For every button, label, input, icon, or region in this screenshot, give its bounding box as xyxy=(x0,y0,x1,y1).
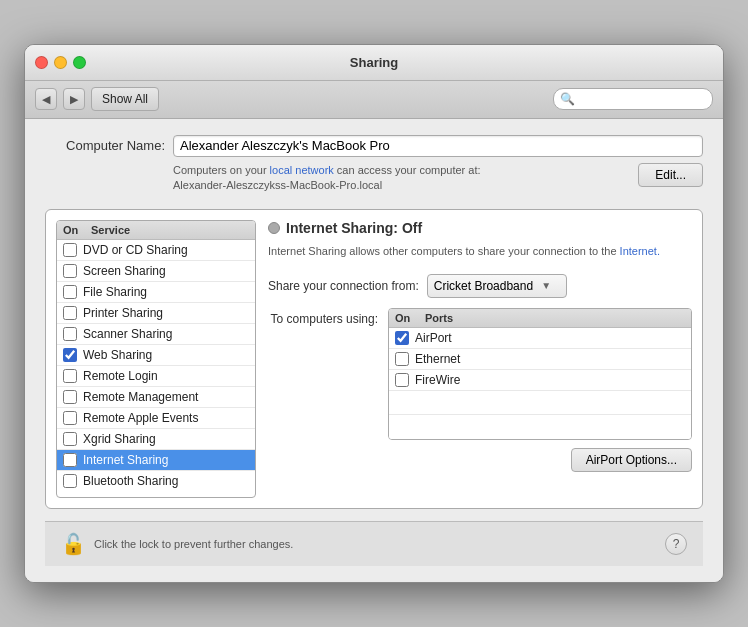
titlebar: Sharing xyxy=(25,45,723,81)
service-checkbox-remote-login[interactable] xyxy=(63,369,77,383)
port-item-firewire[interactable]: FireWire xyxy=(389,370,691,391)
service-item-dvd[interactable]: DVD or CD Sharing xyxy=(57,240,255,261)
service-label-printer: Printer Sharing xyxy=(83,306,163,320)
search-input[interactable] xyxy=(579,92,706,106)
ports-section: To computers using: On Ports AirPort xyxy=(268,308,692,440)
bottom-bar: 🔓 Click the lock to prevent further chan… xyxy=(45,521,703,566)
port-checkbox-airport[interactable] xyxy=(395,331,409,345)
connection-value: Cricket Broadband xyxy=(434,279,533,293)
chevron-down-icon: ▼ xyxy=(541,280,551,291)
close-button[interactable] xyxy=(35,56,48,69)
ports-col-ports: Ports xyxy=(425,312,685,324)
service-checkbox-web[interactable] xyxy=(63,348,77,362)
port-item-airport[interactable]: AirPort xyxy=(389,328,691,349)
service-label-bluetooth: Bluetooth Sharing xyxy=(83,474,178,488)
port-checkbox-firewire[interactable] xyxy=(395,373,409,387)
service-label-remote-apple: Remote Apple Events xyxy=(83,411,198,425)
status-label: Internet Sharing: Off xyxy=(286,220,422,236)
service-item-screen[interactable]: Screen Sharing xyxy=(57,261,255,282)
lock-text: Click the lock to prevent further change… xyxy=(94,538,665,550)
service-label-remote-login: Remote Login xyxy=(83,369,158,383)
search-box[interactable]: 🔍 xyxy=(553,88,713,110)
toolbar: ◀ ▶ Show All 🔍 xyxy=(25,81,723,119)
service-item-xgrid[interactable]: Xgrid Sharing xyxy=(57,429,255,450)
edit-button[interactable]: Edit... xyxy=(638,163,703,187)
service-checkbox-bluetooth[interactable] xyxy=(63,474,77,488)
connection-label: Share your connection from: xyxy=(268,279,419,293)
window-title: Sharing xyxy=(350,55,398,70)
computer-name-row: Computer Name: xyxy=(45,135,703,157)
minimize-button[interactable] xyxy=(54,56,67,69)
service-item-remote-login[interactable]: Remote Login xyxy=(57,366,255,387)
port-item-empty2 xyxy=(389,415,691,439)
service-item-web[interactable]: Web Sharing xyxy=(57,345,255,366)
service-checkbox-xgrid[interactable] xyxy=(63,432,77,446)
ports-col-on: On xyxy=(395,312,425,324)
status-dot xyxy=(268,222,280,234)
airport-options-button[interactable]: AirPort Options... xyxy=(571,448,692,472)
back-button[interactable]: ◀ xyxy=(35,88,57,110)
service-checkbox-remote-apple[interactable] xyxy=(63,411,77,425)
help-button[interactable]: ? xyxy=(665,533,687,555)
sharing-desc: Internet Sharing allows other computers … xyxy=(268,244,692,259)
local-info-text: Computers on your local network can acce… xyxy=(173,164,481,176)
content-area: Computer Name: Computers on your local n… xyxy=(25,119,723,583)
service-list: On Service DVD or CD Sharing Screen Shar… xyxy=(56,220,256,498)
right-panel: Internet Sharing: Off Internet Sharing a… xyxy=(268,220,692,498)
service-label-scanner: Scanner Sharing xyxy=(83,327,172,341)
local-network-info: Computers on your local network can acce… xyxy=(173,163,481,194)
col-service-header: Service xyxy=(91,224,249,236)
local-address: Alexander-Aleszczykss-MacBook-Pro.local xyxy=(173,179,382,191)
service-checkbox-screen[interactable] xyxy=(63,264,77,278)
port-label-ethernet: Ethernet xyxy=(415,352,460,366)
traffic-lights xyxy=(35,56,86,69)
service-label-dvd: DVD or CD Sharing xyxy=(83,243,188,257)
col-on-header: On xyxy=(63,224,91,236)
connection-select[interactable]: Cricket Broadband ▼ xyxy=(427,274,567,298)
service-checkbox-printer[interactable] xyxy=(63,306,77,320)
port-checkbox-ethernet[interactable] xyxy=(395,352,409,366)
sharing-status: Internet Sharing: Off xyxy=(268,220,692,236)
ports-label: To computers using: xyxy=(268,308,378,440)
service-checkbox-file[interactable] xyxy=(63,285,77,299)
service-item-remote-apple[interactable]: Remote Apple Events xyxy=(57,408,255,429)
port-item-empty1 xyxy=(389,391,691,415)
service-label-xgrid: Xgrid Sharing xyxy=(83,432,156,446)
service-checkbox-internet[interactable] xyxy=(63,453,77,467)
service-label-remote-mgmt: Remote Management xyxy=(83,390,198,404)
service-label-internet: Internet Sharing xyxy=(83,453,168,467)
computer-name-label: Computer Name: xyxy=(45,138,165,153)
internet-link[interactable]: Internet. xyxy=(620,245,660,257)
service-item-printer[interactable]: Printer Sharing xyxy=(57,303,255,324)
service-label-file: File Sharing xyxy=(83,285,147,299)
service-checkbox-remote-mgmt[interactable] xyxy=(63,390,77,404)
service-checkbox-dvd[interactable] xyxy=(63,243,77,257)
forward-button[interactable]: ▶ xyxy=(63,88,85,110)
sharing-desc-text: Internet Sharing allows other computers … xyxy=(268,245,660,257)
search-icon: 🔍 xyxy=(560,92,575,106)
sharing-window: Sharing ◀ ▶ Show All 🔍 Computer Name: Co… xyxy=(24,44,724,584)
port-label-airport: AirPort xyxy=(415,331,452,345)
show-all-button[interactable]: Show All xyxy=(91,87,159,111)
service-label-web: Web Sharing xyxy=(83,348,152,362)
local-network-link[interactable]: local network xyxy=(270,164,334,176)
main-panel: On Service DVD or CD Sharing Screen Shar… xyxy=(45,209,703,509)
service-checkbox-scanner[interactable] xyxy=(63,327,77,341)
airport-options-row: AirPort Options... xyxy=(268,448,692,472)
service-list-header: On Service xyxy=(57,221,255,240)
connection-row: Share your connection from: Cricket Broa… xyxy=(268,274,692,298)
service-item-remote-mgmt[interactable]: Remote Management xyxy=(57,387,255,408)
service-item-bluetooth[interactable]: Bluetooth Sharing xyxy=(57,471,255,491)
port-label-firewire: FireWire xyxy=(415,373,460,387)
ports-table: On Ports AirPort Ethernet xyxy=(388,308,692,440)
service-label-screen: Screen Sharing xyxy=(83,264,166,278)
computer-name-input[interactable] xyxy=(173,135,703,157)
service-item-scanner[interactable]: Scanner Sharing xyxy=(57,324,255,345)
service-item-internet[interactable]: Internet Sharing xyxy=(57,450,255,471)
service-item-file[interactable]: File Sharing xyxy=(57,282,255,303)
lock-icon[interactable]: 🔓 xyxy=(61,532,86,556)
port-item-ethernet[interactable]: Ethernet xyxy=(389,349,691,370)
ports-header: On Ports xyxy=(389,309,691,328)
maximize-button[interactable] xyxy=(73,56,86,69)
